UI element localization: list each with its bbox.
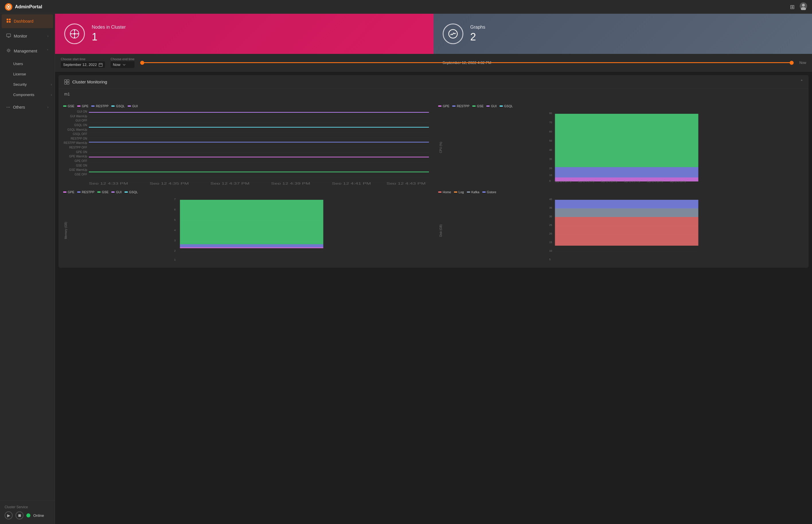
y-label-restpp-off: RESTPP OFF xyxy=(63,146,87,149)
y-label-gsql-on: GSQL ON xyxy=(63,124,87,127)
sidebar-item-dashboard[interactable]: Dashboard xyxy=(2,14,53,28)
cluster-stop-button[interactable]: ⏹ xyxy=(15,511,23,520)
cpu-legend-gui-dot xyxy=(486,105,490,107)
svg-text:50: 50 xyxy=(549,139,552,142)
svg-text:70: 70 xyxy=(549,121,552,124)
memory-chart-panel: GPE RESTPP GSE GUI xyxy=(59,187,434,268)
mem-legend-gse: GSE xyxy=(97,190,108,194)
disk-legend-kafka-label: Kafka xyxy=(471,190,480,194)
cluster-service-label: Cluster Service xyxy=(4,505,50,509)
disk-chart-body: Disk (GB) 40 35 30 25 20 15 10 5 xyxy=(438,196,804,265)
svg-text:Sep 12 4:37 PM: Sep 12 4:37 PM xyxy=(624,180,640,183)
security-chevron: › xyxy=(51,83,52,86)
disk-chart-legend: Home Log Kafka Gstore xyxy=(438,190,804,194)
cpu-legend-gsql-label: GSQL xyxy=(504,104,513,108)
legend-restpp-label: RESTPP xyxy=(96,104,108,108)
legend-gpe: GPE xyxy=(77,104,88,108)
start-time-group: Choose start time September 12, 2022 xyxy=(61,57,105,68)
cluster-status-text: Online xyxy=(33,513,44,518)
node-section: m1 xyxy=(59,89,809,101)
disk-legend-gstore: Gstore xyxy=(482,190,496,194)
cpu-legend-gsql: GSQL xyxy=(500,104,513,108)
svg-text:6: 6 xyxy=(174,208,176,211)
sidebar-item-others[interactable]: ··· Others › xyxy=(2,101,53,114)
status-chart-panel: GSE GPE RESTPP GSQL xyxy=(59,101,434,187)
sidebar-item-dashboard-label: Dashboard xyxy=(14,19,48,23)
sidebar-item-security[interactable]: Security › xyxy=(10,79,55,89)
svg-text:Sep 12 4:39 PM: Sep 12 4:39 PM xyxy=(670,180,686,183)
disk-legend-log: Log xyxy=(454,190,464,194)
legend-gse-dot xyxy=(63,105,66,107)
svg-rect-9 xyxy=(6,34,11,37)
status-chart-svg: Sep 12 4:33 PM Sep 12 4:35 PM Sep 12 4:3… xyxy=(89,110,429,185)
cpu-chart-body: CPU (%) 80 70 60 50 40 30 20 xyxy=(438,110,804,185)
others-chevron: › xyxy=(47,105,48,109)
svg-rect-74 xyxy=(555,167,698,177)
svg-text:0: 0 xyxy=(549,179,551,182)
y-label-gpe-off: GPE OFF xyxy=(63,159,87,163)
y-label-restpp-warmup: RESTPP WarmUp xyxy=(63,141,87,145)
svg-text:3: 3 xyxy=(174,239,176,242)
mem-legend-gse-label: GSE xyxy=(102,190,108,194)
mem-legend-gpe-dot xyxy=(63,192,66,193)
disk-legend-home-label: Home xyxy=(443,190,451,194)
cpu-legend-restpp-dot xyxy=(452,105,456,107)
sidebar-item-users[interactable]: Users xyxy=(10,59,55,69)
sidebar-item-management[interactable]: Management ˅ xyxy=(2,44,53,58)
sidebar-item-components[interactable]: Components › xyxy=(10,90,55,100)
cpu-chart-svg: 80 70 60 50 40 30 20 10 0 xyxy=(443,110,804,185)
sidebar-item-license[interactable]: License xyxy=(10,69,55,79)
logo-text: AdminPortal xyxy=(15,4,42,10)
sidebar-item-monitor-label: Monitor xyxy=(14,34,45,38)
cpu-legend-restpp: RESTPP xyxy=(452,104,469,108)
svg-text:80: 80 xyxy=(549,112,552,115)
end-time-input[interactable]: Now xyxy=(111,61,134,68)
y-label-restpp-on: RESTPP ON xyxy=(63,137,87,140)
svg-rect-7 xyxy=(6,21,8,23)
sidebar-bottom: Cluster Service ▶ ⏹ Online xyxy=(0,500,55,524)
memory-chart-body: Memory (GB) 7 6 5 4 3 2 1 xyxy=(63,196,429,265)
disk-legend-gstore-dot xyxy=(482,192,486,193)
cluster-play-button[interactable]: ▶ xyxy=(4,511,13,520)
sidebar-item-components-label: Components xyxy=(13,93,48,97)
mem-legend-restpp-dot xyxy=(77,192,81,193)
svg-text:10: 10 xyxy=(549,174,552,177)
svg-rect-8 xyxy=(9,21,11,23)
svg-rect-6 xyxy=(9,19,11,20)
mem-legend-gsql: GSQL xyxy=(125,190,138,194)
disk-legend-home: Home xyxy=(438,190,451,194)
y-label-gui-off: GUI OFF xyxy=(63,119,87,122)
y-label-gui-on: GUI ON xyxy=(63,110,87,113)
node-title: m1 xyxy=(64,92,803,96)
time-range-bar: Choose start time September 12, 2022 Cho… xyxy=(55,54,812,72)
cluster-monitoring-header: Cluster Monitoring ˄ xyxy=(59,75,809,89)
svg-text:Sep 12 4:43 PM: Sep 12 4:43 PM xyxy=(387,182,426,185)
nodes-card-title: Nodes in Cluster xyxy=(92,24,126,30)
legend-gpe-dot xyxy=(77,105,81,107)
svg-text:Sep 12 4:41 PM: Sep 12 4:41 PM xyxy=(332,182,371,185)
main-content: Nodes in Cluster 1 Graphs 2 xyxy=(55,14,812,524)
sidebar-item-monitor[interactable]: Monitor › xyxy=(2,29,53,43)
start-time-input[interactable]: September 12, 2022 xyxy=(61,61,105,68)
svg-rect-28 xyxy=(65,82,66,84)
start-time-value: September 12, 2022 xyxy=(63,63,97,67)
svg-rect-95 xyxy=(180,200,323,244)
svg-text:1: 1 xyxy=(174,258,176,261)
cpu-legend-gse-dot xyxy=(472,105,476,107)
cpu-legend-gpe: GPE xyxy=(438,104,449,108)
svg-rect-115 xyxy=(555,200,698,208)
time-slider-track[interactable] xyxy=(140,62,794,63)
user-icon[interactable] xyxy=(799,2,808,12)
time-slider-end-dot[interactable] xyxy=(790,61,794,65)
status-chart-body: GUI ON GUI WarmUp GUI OFF GSQL ON GSQL W… xyxy=(63,110,429,185)
management-icon xyxy=(6,48,11,54)
svg-text:Sep 12 4:39 PM: Sep 12 4:39 PM xyxy=(271,182,310,185)
svg-text:5: 5 xyxy=(549,258,551,261)
cpu-chart-panel: GPE RESTPP GSE GUI xyxy=(434,101,809,187)
disk-legend-log-label: Log xyxy=(458,190,464,194)
logo-icon xyxy=(4,3,13,11)
cpu-legend-gui: GUI xyxy=(486,104,497,108)
collapse-icon[interactable]: ˄ xyxy=(800,79,803,85)
grid-icon[interactable]: ⊞ xyxy=(790,3,795,10)
time-slider-start-dot[interactable] xyxy=(140,61,144,65)
